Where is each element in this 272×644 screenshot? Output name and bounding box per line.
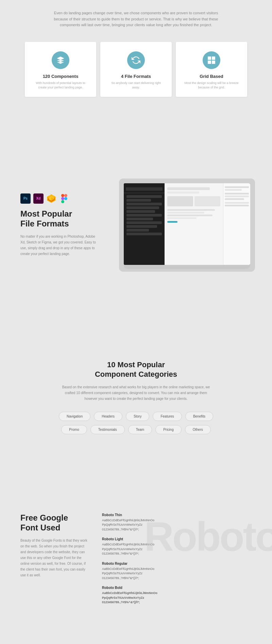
tag-others[interactable]: Others (185, 425, 211, 434)
font-variant-light: Roboto Light AaBbCcDdEeFfGgHhIiJjKkLlMmN… (102, 537, 252, 556)
svg-rect-8 (61, 194, 64, 197)
tag-story[interactable]: Story (126, 412, 149, 421)
sketch-icon (46, 193, 56, 204)
font-variant-bold-label: Roboto Bold (102, 586, 252, 590)
xd-icon: Xd (33, 193, 44, 204)
feature-card-formats: 4 File Formats So anybody can start deli… (100, 42, 172, 97)
svg-rect-0 (208, 57, 211, 60)
svg-rect-3 (212, 61, 215, 64)
feature-card-grid: Grid Based Most the design scaling will … (176, 42, 247, 97)
card-grid-title: Grid Based (183, 74, 240, 79)
font-variant-thin: Roboto Thin AaBbCcDdEeFfGgHhIiJjKkLlMmNn… (102, 513, 252, 532)
categories-title: 10 Most PopularComponent Categories (34, 360, 238, 379)
components-icon (52, 51, 69, 69)
spacer-3 (0, 452, 272, 506)
svg-rect-11 (61, 200, 64, 203)
spacer-2 (0, 292, 272, 346)
svg-point-12 (64, 197, 67, 200)
svg-rect-10 (61, 197, 64, 200)
categories-desc: Based on the extensive research and what… (61, 384, 211, 402)
laptop-base (124, 265, 250, 269)
font-variant-regular-label: Roboto Regular (102, 562, 252, 565)
categories-section: 10 Most PopularComponent Categories Base… (0, 346, 272, 452)
card-grid-desc: Most the design scaling will be a breeze… (183, 81, 240, 90)
card-components-title: 120 Components (32, 74, 89, 79)
feature-card-components: 120 Components With hundreds of potentia… (25, 42, 96, 97)
tag-testimonials[interactable]: Testimonials (90, 425, 125, 434)
tag-promo[interactable]: Promo (61, 425, 87, 434)
spacer-1 (0, 111, 272, 172)
file-formats-right (119, 179, 255, 272)
card-formats-desc: So anybody can start delivering right aw… (107, 81, 165, 90)
svg-rect-9 (64, 194, 67, 197)
svg-rect-1 (212, 57, 215, 60)
laptop-right-panel (223, 183, 250, 265)
laptop-sidebar (124, 183, 165, 265)
svg-rect-2 (208, 61, 211, 64)
card-formats-title: 4 File Formats (107, 74, 165, 79)
font-variant-light-sample: AaBbCcDdEeFfGgHhIiJjKkLlMmNnOoPpQqRrSsTt… (102, 542, 252, 556)
categories-tags-row-1: Navigation Headers Story Features Benefi… (34, 412, 238, 421)
file-formats-desc: No matter if you are working in Photosho… (20, 234, 99, 257)
tag-features[interactable]: Features (153, 412, 182, 421)
laptop-main-content (165, 183, 223, 265)
laptop-mockup (119, 179, 255, 272)
grid-icon (203, 51, 220, 69)
card-components-desc: With hundreds of potential layouts to cr… (32, 81, 89, 90)
tag-pricing[interactable]: Pricing (155, 425, 182, 434)
font-variant-regular: Roboto Regular AaBbCcDdEeFfGgHhIiJjKkLlM… (102, 562, 252, 581)
file-formats-section: Ps Xd (0, 172, 272, 278)
photoshop-icon: Ps (20, 193, 31, 204)
font-variant-thin-sample: AaBbCcDdEeFfGgHhIiJjKkLlMmNnOoPpQqRrSsTt… (102, 518, 252, 532)
file-formats-left: Ps Xd (20, 193, 99, 257)
font-section: Roboto Free GoogleFont Used Beauty of th… (0, 506, 272, 624)
font-desc: Beauty of the Google Fonts is that they … (20, 538, 88, 578)
categories-tags-row-2: Promo Testimonials Team Pricing Others (34, 425, 238, 434)
formats-icon (127, 51, 145, 69)
tag-headers[interactable]: Headers (94, 412, 122, 421)
tag-team[interactable]: Team (128, 425, 152, 434)
tag-benefits[interactable]: Benefits (185, 412, 213, 421)
font-variant-bold: Roboto Bold AaBbCcDdEeFfGgHhIiJjKkLlMmNn… (102, 586, 252, 605)
font-right: Roboto Thin AaBbCcDdEeFfGgHhIiJjKkLlMmNn… (102, 513, 252, 610)
feature-cards-section: 120 Components With hundreds of potentia… (0, 35, 272, 111)
intro-text: Even do landing pages change over time, … (48, 10, 224, 28)
font-section-inner: Free GoogleFont Used Beauty of the Googl… (20, 513, 252, 610)
intro-section: Even do landing pages change over time, … (0, 0, 272, 35)
font-title: Free GoogleFont Used (20, 513, 88, 533)
file-formats-title: Most PopularFile Formats (20, 209, 99, 229)
font-left: Free GoogleFont Used Beauty of the Googl… (20, 513, 88, 578)
font-variant-bold-sample: AaBbCcDdEeFfGgHhIiJjKkLlMmNnOoPpQqRrSsTt… (102, 591, 252, 605)
font-variant-light-label: Roboto Light (102, 537, 252, 541)
font-variant-thin-label: Roboto Thin (102, 513, 252, 517)
app-icons: Ps Xd (20, 193, 99, 204)
laptop-screen (124, 183, 250, 265)
font-variant-regular-sample: AaBbCcDdEeFfGgHhIiJjKkLlMmNnOoPpQqRrSsTt… (102, 567, 252, 581)
figma-icon (59, 193, 69, 204)
tag-navigation[interactable]: Navigation (59, 412, 90, 421)
